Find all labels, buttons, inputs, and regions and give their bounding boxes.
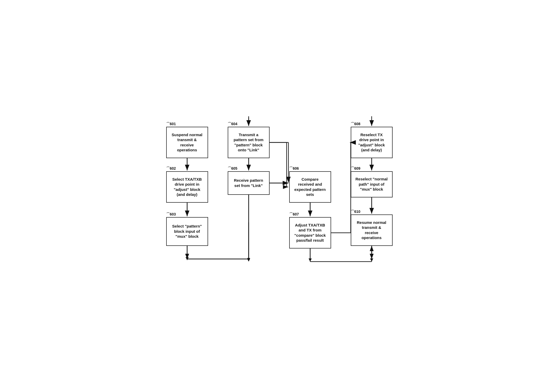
ref-602: ⌒602 xyxy=(166,166,176,171)
svg-marker-6 xyxy=(247,258,250,261)
svg-marker-25 xyxy=(186,257,189,260)
box-605-label: Receive patternset from "Link" xyxy=(234,178,263,188)
box-610: Resume normaltransmit &receiveoperations xyxy=(351,214,393,246)
svg-marker-33 xyxy=(309,258,312,262)
box-603: Select "pattern"block input of"mux" bloc… xyxy=(166,217,208,246)
box-604-label: Transmit apattern set from"pattern" bloc… xyxy=(233,132,263,153)
ref-609: ⌒609 xyxy=(351,166,360,171)
box-606: Comparereceived andexpected patternsets xyxy=(289,171,331,203)
box-601: Suspend normaltransmit &receiveoperation… xyxy=(166,127,208,158)
box-601-label: Suspend normaltransmit &receiveoperation… xyxy=(172,132,203,153)
box-603-label: Select "pattern"block input of"mux" bloc… xyxy=(172,224,202,239)
box-608: Reselect TXdrive point in"adjust" block(… xyxy=(351,127,393,158)
svg-marker-28 xyxy=(247,258,250,262)
box-610-label: Resume normaltransmit &receiveoperations xyxy=(357,220,386,240)
box-606-label: Comparereceived andexpected patternsets xyxy=(294,177,326,197)
ref-606: ⌒606 xyxy=(289,166,299,171)
box-602: Select TXA/TXBdrive point in"adjust" blo… xyxy=(166,171,208,203)
box-605: Receive patternset from "Link" xyxy=(228,171,270,195)
box-604: Transmit apattern set from"pattern" bloc… xyxy=(228,127,270,158)
ref-608: ⌒608 xyxy=(351,122,360,126)
box-608-label: Reselect TXdrive point in"adjust" block(… xyxy=(358,132,385,153)
ref-601: ⌒601 xyxy=(166,122,176,126)
box-607: Adjust TXA/TXBand TX from"compare" block… xyxy=(289,217,331,249)
ref-604: ⌒604 xyxy=(228,122,237,126)
ref-603: ⌒603 xyxy=(166,212,176,217)
box-607-label: Adjust TXA/TXBand TX from"compare" block… xyxy=(294,223,326,243)
diagram-container: Suspend normaltransmit &receiveoperation… xyxy=(158,112,394,280)
box-609-label: Reselect "normalpath" input of"mux" bloc… xyxy=(355,176,388,192)
svg-marker-37 xyxy=(370,258,373,262)
box-609: Reselect "normalpath" input of"mux" bloc… xyxy=(351,171,393,197)
ref-605: ⌒605 xyxy=(228,166,237,171)
ref-607: ⌒607 xyxy=(289,212,299,217)
ref-610: ⌒610 xyxy=(351,209,360,214)
box-602-label: Select TXA/TXBdrive point in"adjust" blo… xyxy=(172,177,202,197)
